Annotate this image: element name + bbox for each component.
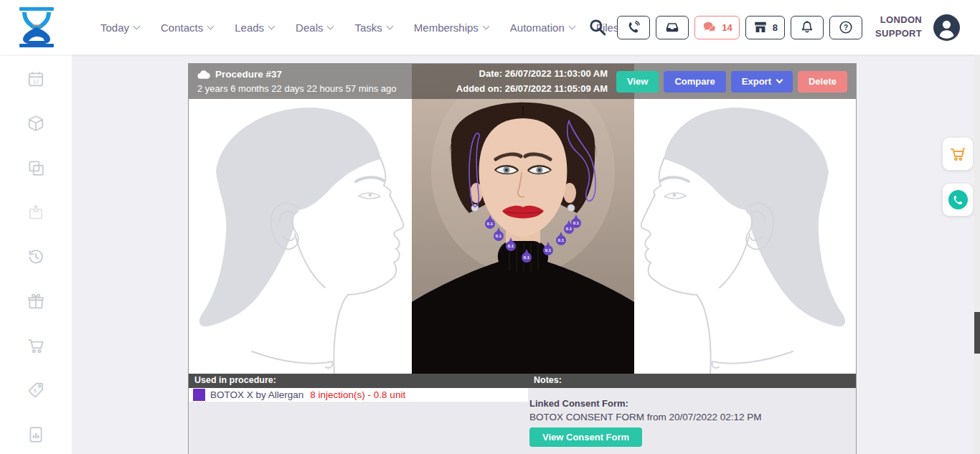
menu-item-memberships[interactable]: Memberships <box>414 22 489 34</box>
chat-bubbles-icon <box>702 19 717 35</box>
user-name: LONDON SUPPORT <box>875 14 922 41</box>
procedure-details: BOTOX X by Allergan 8 injection(s) - 0.8… <box>189 388 856 454</box>
notifications-button[interactable] <box>791 16 824 39</box>
product-detail: 8 injection(s) - 0.8 unit <box>310 389 405 400</box>
product-color-swatch <box>193 389 205 401</box>
gift-icon[interactable] <box>27 292 45 311</box>
used-in-procedure-header: Used in procedure: <box>194 375 276 385</box>
procedure-title: Procedure #37 <box>215 67 282 82</box>
main-menu: Today Contacts Leads Deals Tasks Members… <box>100 0 618 55</box>
injection-pin[interactable]: 0.1 <box>522 249 532 263</box>
svg-text:$: $ <box>34 387 37 394</box>
menu-item-deals[interactable]: Deals <box>296 22 333 34</box>
section-bar: Used in procedure: Notes: <box>189 374 856 388</box>
procedure-card: 0.1 0.1 0.1 0.1 0.1 0.1 0.1 0.1 Procedur… <box>188 63 857 454</box>
patient-photo-illustration <box>412 64 634 374</box>
view-button[interactable]: View <box>616 71 659 93</box>
cart-float-button[interactable] <box>943 138 973 170</box>
sidebar: 12 $ <box>0 55 72 454</box>
face-outline-right <box>631 99 856 374</box>
procedure-header: Procedure #37 2 years 6 months 22 days 2… <box>189 64 856 99</box>
app-logo[interactable] <box>17 6 56 48</box>
cart-icon <box>949 146 966 163</box>
help-button[interactable]: ? <box>829 16 862 39</box>
avatar[interactable] <box>933 14 960 41</box>
copy-icon[interactable] <box>27 159 45 177</box>
injection-pin[interactable]: 0.1 <box>494 227 504 241</box>
phone-button[interactable] <box>617 16 650 39</box>
product-row: BOTOX X by Allergan 8 injection(s) - 0.8… <box>210 388 405 402</box>
cloud-icon <box>197 70 210 79</box>
call-float-button[interactable] <box>943 184 973 216</box>
store-count-badge: 8 <box>773 22 778 33</box>
scrollbar-thumb[interactable] <box>974 312 980 354</box>
history-icon[interactable] <box>27 247 45 266</box>
shopping-bag-icon[interactable] <box>27 203 45 222</box>
linked-consent-form-value: BOTOX CONSENT FORM from 20/07/2022 02:12… <box>529 412 854 422</box>
procedure-dates: Date: 26/07/2022 11:03:00 AM Added on: 2… <box>456 67 608 95</box>
linked-consent-form-label: Linked Consent Form: <box>529 398 854 409</box>
chat-count-badge: 14 <box>722 22 732 33</box>
report-icon[interactable] <box>27 425 45 444</box>
menu-item-leads[interactable]: Leads <box>235 22 274 34</box>
face-outline-left <box>189 99 413 374</box>
phone-icon <box>626 19 641 35</box>
delete-button[interactable]: Delete <box>798 71 847 93</box>
price-tag-icon[interactable]: $ <box>27 381 45 399</box>
injection-pin[interactable]: 0.1 <box>506 237 516 251</box>
calendar-icon[interactable]: 12 <box>27 70 45 88</box>
bell-icon <box>799 19 815 35</box>
top-nav: Today Contacts Leads Deals Tasks Members… <box>0 0 980 55</box>
inbox-icon <box>664 19 680 35</box>
injection-pin[interactable]: 0.1 <box>571 214 581 228</box>
store-button[interactable]: 8 <box>745 16 785 39</box>
cart-icon[interactable] <box>27 336 45 355</box>
notes-column: Linked Consent Form: BOTOX CONSENT FORM … <box>528 388 856 454</box>
compare-button[interactable]: Compare <box>664 71 725 93</box>
package-icon[interactable] <box>27 114 45 133</box>
chevron-down-icon <box>327 22 334 29</box>
store-icon <box>753 19 768 35</box>
procedure-photo: 0.1 0.1 0.1 0.1 0.1 0.1 0.1 0.1 <box>412 64 634 374</box>
svg-text:?: ? <box>844 24 848 32</box>
chevron-down-icon <box>268 22 275 29</box>
procedure-media: 0.1 0.1 0.1 0.1 0.1 0.1 0.1 0.1 Procedur… <box>189 64 856 374</box>
menu-item-tasks[interactable]: Tasks <box>354 22 392 34</box>
floating-actions <box>943 138 973 216</box>
menu-item-contacts[interactable]: Contacts <box>161 22 213 34</box>
menu-item-automation[interactable]: Automation <box>510 22 575 34</box>
export-button[interactable]: Export <box>731 71 793 93</box>
chevron-down-icon <box>386 22 393 29</box>
inbox-button[interactable] <box>656 16 689 39</box>
scrollbar-track[interactable] <box>974 55 980 454</box>
chevron-down-icon <box>482 22 489 29</box>
view-consent-form-button[interactable]: View Consent Form <box>529 427 642 447</box>
injection-pin[interactable]: 0.1 <box>543 242 553 255</box>
procedure-time-ago: 2 years 6 months 22 days 22 hours 57 min… <box>197 82 397 96</box>
search-icon[interactable] <box>588 18 607 37</box>
notes-header: Notes: <box>534 375 562 385</box>
chat-button[interactable]: 14 <box>694 16 739 39</box>
question-icon: ? <box>838 19 854 35</box>
nav-actions: 14 8 ? LONDON SUPPORT <box>588 0 960 55</box>
svg-text:12: 12 <box>32 78 39 85</box>
phone-circle-icon <box>948 190 968 209</box>
chevron-down-icon <box>133 22 141 29</box>
product-name: BOTOX X by Allergan <box>210 389 303 400</box>
chevron-down-icon <box>207 22 215 29</box>
chevron-down-icon <box>776 77 783 84</box>
menu-item-today[interactable]: Today <box>100 22 139 34</box>
chevron-down-icon <box>568 22 575 29</box>
